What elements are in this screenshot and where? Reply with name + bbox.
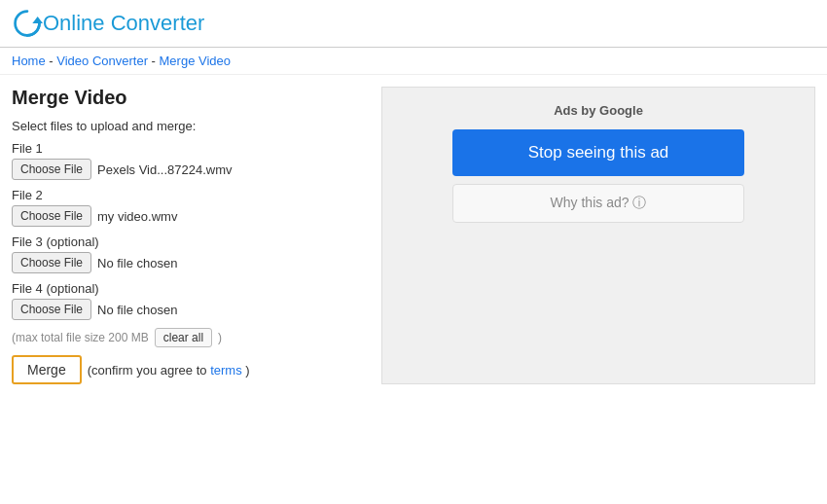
merge-row: Merge (confirm you agree to terms ) — [12, 355, 362, 384]
app-title: Online Converter — [43, 11, 204, 36]
logo-icon — [12, 8, 43, 39]
file-name-4: No file chosen — [97, 303, 177, 317]
file-input-row-3: Choose File No file chosen — [12, 252, 362, 273]
stop-seeing-button[interactable]: Stop seeing this ad — [452, 129, 744, 176]
file-row-4: File 4 (optional) Choose File No file ch… — [12, 281, 362, 320]
ad-panel: Ads by Google Stop seeing this ad Why th… — [381, 87, 815, 384]
file-row-2: File 2 Choose File my video.wmv — [12, 188, 362, 227]
confirm-prefix: (confirm you agree to — [88, 363, 207, 378]
left-panel: Merge Video Select files to upload and m… — [12, 87, 362, 384]
bottom-row: (max total file size 200 MB clear all ) — [12, 328, 362, 347]
svg-marker-0 — [32, 17, 43, 23]
ads-by-google: Ads by Google — [554, 103, 643, 118]
file-name-3: No file chosen — [97, 256, 177, 270]
confirm-close: ) — [245, 363, 249, 378]
file-input-row-1: Choose File Pexels Vid...87224.wmv — [12, 159, 362, 180]
file-label-4: File 4 (optional) — [12, 281, 362, 296]
file-name-1: Pexels Vid...87224.wmv — [97, 162, 233, 177]
file-row-3: File 3 (optional) Choose File No file ch… — [12, 234, 362, 273]
main-content: Merge Video Select files to upload and m… — [0, 75, 827, 396]
ads-by-text: Ads by — [554, 103, 595, 118]
max-size-text: (max total file size 200 MB — [12, 331, 149, 344]
choose-file-button-4[interactable]: Choose File — [12, 299, 91, 320]
why-this-ad-button[interactable]: Why this ad? ⓘ — [452, 184, 744, 223]
nav-merge-video[interactable]: Merge Video — [160, 54, 231, 68]
merge-confirm-text: (confirm you agree to terms ) — [88, 363, 250, 378]
max-size-close: ) — [218, 331, 222, 344]
breadcrumb: Home - Video Converter - Merge Video — [0, 48, 827, 75]
file-label-1: File 1 — [12, 141, 362, 156]
page-title: Merge Video — [12, 87, 362, 109]
choose-file-button-3[interactable]: Choose File — [12, 252, 91, 273]
file-label-3: File 3 (optional) — [12, 234, 362, 249]
clear-all-button[interactable]: clear all — [155, 328, 212, 347]
app-header: Online Converter — [0, 0, 827, 48]
choose-file-button-2[interactable]: Choose File — [12, 205, 91, 227]
file-name-2: my video.wmv — [97, 209, 177, 224]
merge-button[interactable]: Merge — [12, 355, 82, 384]
nav-home[interactable]: Home — [12, 54, 46, 68]
file-input-row-4: Choose File No file chosen — [12, 299, 362, 320]
nav-video-converter[interactable]: Video Converter — [56, 54, 148, 68]
choose-file-button-1[interactable]: Choose File — [12, 159, 91, 180]
file-row-1: File 1 Choose File Pexels Vid...87224.wm… — [12, 141, 362, 180]
file-label-2: File 2 — [12, 188, 362, 202]
terms-link[interactable]: terms — [210, 363, 242, 378]
google-text: Google — [599, 103, 643, 118]
instructions: Select files to upload and merge: — [12, 119, 362, 133]
file-input-row-2: Choose File my video.wmv — [12, 205, 362, 227]
